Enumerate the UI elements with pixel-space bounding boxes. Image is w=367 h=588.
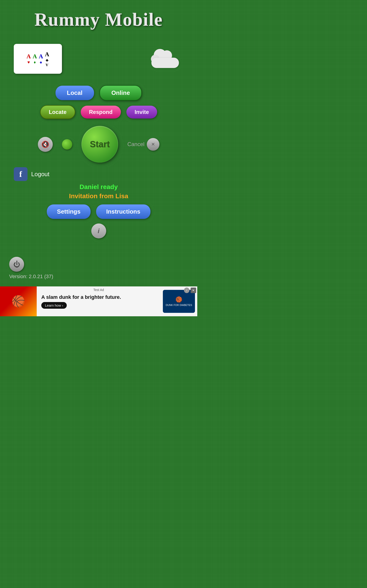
cards-image: A ♥ A ♦ A ♠ A ♣ A <box>14 44 62 74</box>
app-title: Rummy Mobile <box>34 9 163 30</box>
ad-banner: 🏀 Test Ad A slam dunk for a brighter fut… <box>0 286 197 316</box>
version-text: Version: 2.0.21 (37) <box>9 274 53 279</box>
cancel-x-icon: ✕ <box>151 141 155 147</box>
local-button[interactable]: Local <box>56 86 94 100</box>
ad-learn-more-button[interactable]: Learn how › <box>41 302 67 309</box>
card-ace-green: A ♦ <box>33 53 37 65</box>
facebook-icon: f <box>14 167 27 181</box>
respond-button[interactable]: Respond <box>81 106 121 119</box>
mute-button[interactable]: 🔇 <box>38 137 53 152</box>
settings-button[interactable]: Settings <box>47 204 91 219</box>
cancel-button[interactable]: ✕ <box>147 138 159 151</box>
power-icon: ⏻ <box>13 260 20 268</box>
info-icon: i <box>98 227 100 235</box>
card-ace-red: A ♥ <box>26 53 31 65</box>
online-button[interactable]: Online <box>100 85 142 101</box>
locate-button[interactable]: Locate <box>40 105 75 119</box>
start-button[interactable]: Start <box>81 126 118 163</box>
ad-main-text: A slam dunk for a brighter future. <box>41 294 158 300</box>
ad-image: 🏀 <box>0 286 37 316</box>
power-button[interactable]: ⏻ <box>9 257 24 272</box>
mute-icon: 🔇 <box>41 141 49 148</box>
ad-test-label: Test Ad <box>92 288 106 292</box>
cancel-label: Cancel <box>127 141 144 147</box>
logout-label: Logout <box>31 171 50 178</box>
ad-close-button[interactable]: ✕ <box>191 288 196 293</box>
card-ace-blue: A ♠ <box>39 53 43 65</box>
ad-content: Test Ad A slam dunk for a brighter futur… <box>37 292 163 311</box>
cloud-decoration <box>147 50 184 68</box>
card-ace-black: A ♣ A <box>45 51 49 67</box>
ad-info-button[interactable]: i <box>184 288 190 293</box>
invitation-text: Invitation from Lisa <box>69 192 128 200</box>
invite-button[interactable]: Invite <box>126 106 157 119</box>
daniel-ready-status: Daniel ready <box>80 183 118 191</box>
info-button[interactable]: i <box>91 224 106 238</box>
ad-logo: 🏀 DUNK FOR DIABETES <box>163 290 195 313</box>
green-dot-indicator <box>62 139 72 149</box>
instructions-button[interactable]: Instructions <box>96 204 150 219</box>
